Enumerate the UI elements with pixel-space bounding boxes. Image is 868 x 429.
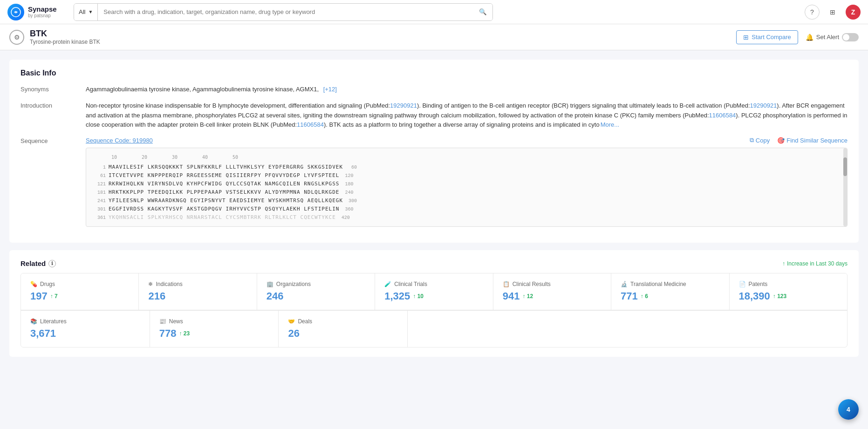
grid-button[interactable]: ⊞: [825, 5, 840, 20]
basic-info-title: Basic Info: [21, 69, 847, 77]
search-input[interactable]: [98, 4, 473, 20]
search-bar: All ▼ 🔍: [74, 3, 493, 21]
pubmed-link-4[interactable]: 11606584: [297, 121, 324, 128]
stat-news[interactable]: 📰 News 778 ↑ 23: [150, 311, 279, 347]
header-icons: ? ⊞ Z: [805, 5, 861, 20]
sequence-row: Sequence Sequence Code: 919980 ⧉ Copy 🎯 …: [21, 136, 847, 227]
seq-row-4: 181 HRKTKKPLPP TPEEDQILKK PLPPEPAAAP VST…: [92, 188, 841, 197]
entity-info: BTK Tyrosine-protein kinase BTK: [30, 29, 100, 45]
compare-label: Start Compare: [752, 34, 791, 41]
search-dropdown[interactable]: All ▼: [74, 4, 98, 20]
news-value: 778: [159, 327, 177, 340]
stat-patents[interactable]: 📄 Patents 18,390 ↑ 123: [730, 273, 847, 310]
more-link[interactable]: More...: [601, 121, 619, 128]
clinical-trials-value: 1,325: [384, 290, 410, 302]
alert-toggle[interactable]: [842, 33, 859, 41]
stats-row-2: 📚 Literatures 3,671 📰 News 778 ↑ 23: [21, 311, 847, 347]
stat-translational[interactable]: 🔬 Translational Medicine 771 ↑ 6: [611, 273, 729, 310]
logo-by: by patsnap: [28, 13, 57, 18]
sequence-label: Sequence: [21, 136, 86, 227]
synonyms-label: Synonyms: [21, 85, 86, 95]
stat-organizations[interactable]: 🏢 Organizations 246: [257, 273, 375, 310]
pubmed-link-3[interactable]: 11606584: [709, 112, 736, 119]
patents-label: Patents: [749, 281, 768, 287]
alert-area: 🔔 Set Alert: [806, 33, 859, 41]
clinical-results-increase: ↑ 12: [522, 293, 533, 300]
organizations-icon: 🏢: [267, 281, 273, 287]
stat-clinical-results[interactable]: 📋 Clinical Results 941 ↑ 12: [493, 273, 611, 310]
avatar[interactable]: Z: [846, 5, 861, 20]
copy-label: Copy: [756, 137, 770, 144]
synapse-logo[interactable]: [7, 4, 24, 20]
sequence-header: Sequence Code: 919980 ⧉ Copy 🎯 Find Simi…: [86, 136, 847, 144]
indications-icon: ❄: [148, 281, 153, 287]
drugs-value: 197: [30, 290, 48, 302]
stat-clinical-trials[interactable]: 🧪 Clinical Trials 1,325 ↑ 10: [375, 273, 493, 310]
indications-label: Indications: [156, 281, 182, 287]
stats-container: 💊 Drugs 197 ↑ 7 ❄ Indications 216: [21, 273, 847, 347]
stat-drugs[interactable]: 💊 Drugs 197 ↑ 7: [21, 273, 139, 310]
sequence-actions: ⧉ Copy 🎯 Find Similar Sequence: [750, 136, 847, 144]
stat-literatures[interactable]: 📚 Literatures 3,671: [21, 311, 150, 347]
subheader-right: ⊞ Start Compare 🔔 Set Alert: [736, 30, 859, 44]
clinical-trials-label: Clinical Trials: [394, 281, 427, 287]
synonyms-text: Agammaglobulinaemia tyrosine kinase, Aga…: [86, 86, 321, 93]
stats-empty: [408, 311, 847, 347]
related-title: Related ℹ: [21, 259, 56, 267]
scrollbar-thumb: [843, 157, 847, 176]
organizations-label: Organizations: [276, 281, 311, 287]
literatures-icon: 📚: [30, 318, 37, 325]
find-similar-button[interactable]: 🎯 Find Similar Sequence: [777, 137, 847, 144]
help-button[interactable]: ?: [805, 5, 820, 20]
header: Synapse by patsnap All ▼ 🔍 ? ⊞ Z: [0, 0, 868, 24]
stat-indications[interactable]: ❄ Indications 216: [139, 273, 257, 310]
news-icon: 📰: [159, 318, 166, 325]
seq-row-5: 241 YFILEESNLP WWRAARDKNGQ EGYIPSNYVT EA…: [92, 197, 841, 205]
pubmed-link-1[interactable]: 19290921: [390, 102, 417, 109]
help-icon: ?: [810, 8, 814, 16]
pubmed-link-2[interactable]: 19290921: [750, 102, 777, 109]
increase-text: Increase in Last 30 days: [787, 260, 847, 267]
clinical-trials-increase: ↑ 10: [413, 293, 424, 300]
related-header: Related ℹ ↑ Increase in Last 30 days: [21, 259, 847, 267]
search-icon: 🔍: [479, 8, 487, 15]
sequence-code[interactable]: Sequence Code: 919980: [86, 137, 153, 144]
intro-text-2: ). Binding of antigen to the B-cell anti…: [417, 102, 750, 109]
entity-title: BTK: [30, 29, 100, 39]
deals-label: Deals: [298, 318, 312, 325]
alert-label: Set Alert: [816, 34, 839, 41]
intro-text-1: Non-receptor tyrosine kinase indispensab…: [86, 102, 390, 109]
compare-button[interactable]: ⊞ Start Compare: [736, 30, 798, 44]
related-section: Related ℹ ↑ Increase in Last 30 days 💊 D…: [9, 250, 859, 357]
synonyms-more-link[interactable]: [+12]: [323, 86, 337, 93]
arrow-up-icon: ↑: [782, 260, 785, 267]
literatures-label: Literatures: [40, 318, 67, 325]
dropdown-label: All: [79, 8, 85, 15]
chevron-down-icon: ▼: [88, 9, 93, 14]
introduction-label: Introduction: [21, 101, 86, 130]
subheader: ⚙ BTK Tyrosine-protein kinase BTK ⊞ Star…: [0, 24, 868, 50]
seq-row-2: 61 ITCVETVVPE KNPPPERQIP RRGEESSEME QISI…: [92, 171, 841, 180]
search-button[interactable]: 🔍: [473, 4, 492, 20]
sequence-scrollbar[interactable]: [843, 148, 847, 226]
synonyms-row: Synonyms Agammaglobulinaemia tyrosine ki…: [21, 85, 847, 95]
entity-subtitle: Tyrosine-protein kinase BTK: [30, 39, 100, 45]
drugs-label: Drugs: [40, 281, 55, 287]
logo-area: Synapse by patsnap: [7, 4, 68, 20]
settings-icon[interactable]: ⚙: [9, 30, 24, 45]
stat-deals[interactable]: 🤝 Deals 26: [279, 311, 408, 347]
related-info-icon[interactable]: ℹ: [48, 260, 56, 267]
clinical-results-icon: 📋: [503, 281, 510, 287]
copy-icon: ⧉: [750, 136, 754, 144]
logo-synapse: Synapse: [28, 6, 57, 14]
patents-increase: ↑ 123: [773, 293, 786, 300]
translational-increase: ↑ 6: [641, 293, 648, 300]
basic-info-section: Basic Info Synonyms Agammaglobulinaemia …: [9, 60, 859, 243]
sequence-ruler: 10 20 30 40 50: [92, 154, 841, 161]
news-increase: ↑ 23: [179, 330, 190, 337]
copy-button[interactable]: ⧉ Copy: [750, 136, 770, 144]
news-label: News: [169, 318, 183, 325]
drugs-increase: ↑ 7: [50, 293, 58, 300]
patents-icon: 📄: [739, 281, 746, 287]
clinical-results-value: 941: [503, 290, 520, 302]
